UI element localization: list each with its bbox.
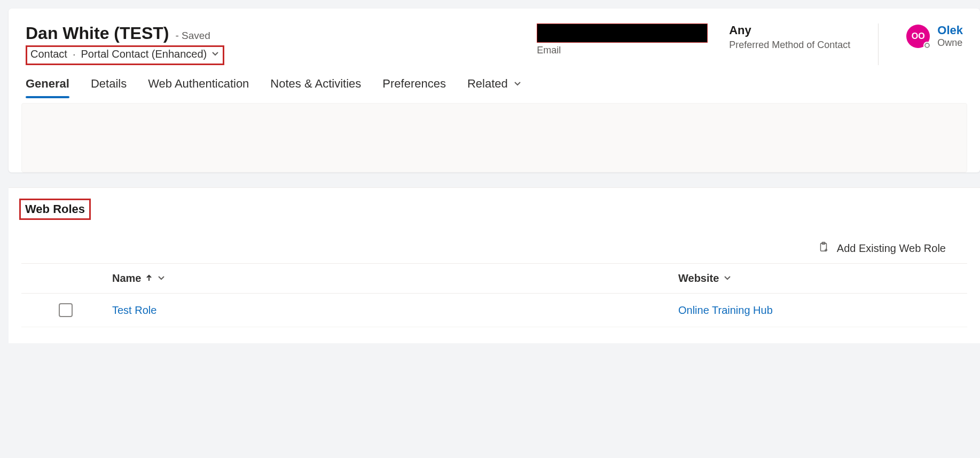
tab-preferences[interactable]: Preferences	[382, 77, 446, 98]
tab-related[interactable]: Related	[467, 77, 522, 98]
header-field-preferred-method[interactable]: Any Preferred Method of Contact	[729, 23, 850, 51]
col-website-label: Website	[678, 272, 719, 285]
add-existing-label: Add Existing Web Role	[837, 242, 946, 255]
subgrid-header: Name Website	[21, 264, 967, 294]
owner-avatar: OO	[906, 25, 930, 48]
section-title-web-roles: Web Roles	[19, 199, 91, 220]
header-field-email[interactable]: Email	[537, 23, 708, 56]
cell-website-link[interactable]: Online Training Hub	[678, 304, 946, 317]
form-tabs: General Details Web Authentication Notes…	[9, 65, 980, 99]
table-row[interactable]: Test Role Online Training Hub	[21, 294, 967, 327]
presence-indicator	[923, 42, 931, 49]
form-header: Dan White (TEST) - Saved Contact · Porta…	[9, 9, 980, 65]
breadcrumb-separator: ·	[73, 48, 76, 60]
email-value-redacted	[537, 23, 708, 43]
chevron-down-icon	[211, 48, 219, 60]
email-label: Email	[537, 45, 708, 56]
tab-web-authentication[interactable]: Web Authentication	[148, 77, 249, 98]
chevron-down-icon	[513, 77, 522, 91]
form-name-label: Portal Contact (Enhanced)	[81, 48, 207, 60]
chevron-down-icon[interactable]	[723, 272, 732, 285]
owner-name: Olek	[937, 23, 963, 37]
preferred-method-value: Any	[729, 23, 850, 37]
record-title: Dan White (TEST)	[26, 23, 169, 43]
chevron-down-icon[interactable]	[157, 272, 166, 285]
cell-name-link[interactable]: Test Role	[112, 304, 678, 317]
record-form-card: Dan White (TEST) - Saved Contact · Porta…	[9, 9, 980, 172]
row-select-checkbox[interactable]	[59, 303, 73, 317]
column-header-name[interactable]: Name	[112, 272, 678, 285]
form-selector[interactable]: Portal Contact (Enhanced)	[81, 48, 220, 60]
col-name-label: Name	[112, 272, 141, 285]
owner-initials: OO	[912, 31, 925, 41]
entity-form-breadcrumb: Contact · Portal Contact (Enhanced)	[26, 45, 224, 65]
tab-notes-activities[interactable]: Notes & Activities	[270, 77, 361, 98]
header-field-owner[interactable]: OO Olek Owne	[906, 23, 963, 49]
tab-details[interactable]: Details	[91, 77, 127, 98]
tab-related-label: Related	[467, 77, 508, 91]
tab-general[interactable]: General	[26, 77, 69, 98]
clipboard-add-icon	[818, 241, 829, 256]
sort-ascending-icon	[145, 272, 153, 285]
web-roles-section: Web Roles Add Existing Web Role Name	[9, 187, 980, 343]
subgrid-toolbar: Add Existing Web Role	[21, 220, 967, 264]
general-tab-panel	[21, 103, 967, 172]
preferred-method-label: Preferred Method of Contact	[729, 40, 850, 51]
column-header-website[interactable]: Website	[678, 272, 946, 285]
saved-indicator: - Saved	[175, 30, 210, 42]
add-existing-web-role-button[interactable]: Add Existing Web Role	[818, 241, 946, 256]
owner-separator	[878, 23, 879, 65]
owner-label: Owne	[937, 37, 963, 49]
title-block: Dan White (TEST) - Saved Contact · Porta…	[26, 23, 250, 65]
entity-label: Contact	[30, 48, 67, 60]
